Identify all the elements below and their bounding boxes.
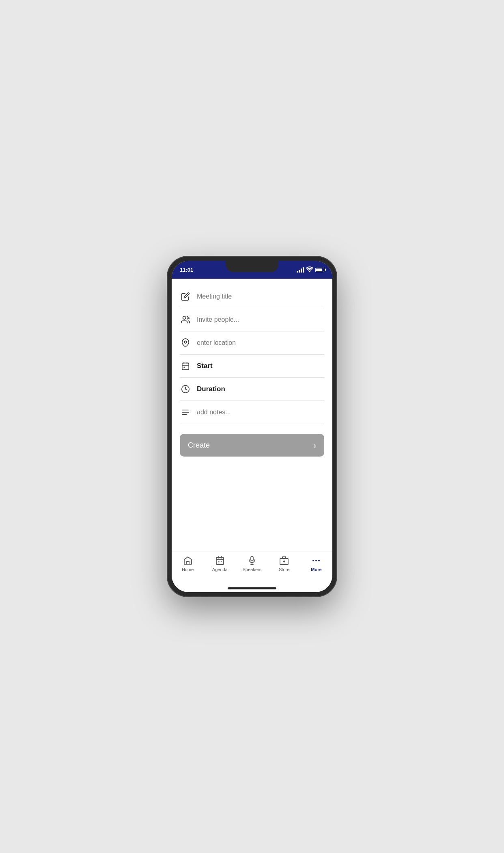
home-bar xyxy=(228,587,276,589)
svg-point-3 xyxy=(184,341,187,343)
svg-point-18 xyxy=(218,561,219,562)
more-icon xyxy=(311,555,321,566)
phone-frame: 11:01 xyxy=(167,256,337,597)
svg-point-30 xyxy=(315,560,317,561)
tab-speakers-label: Speakers xyxy=(243,567,261,572)
tab-store-label: Store xyxy=(279,567,289,572)
signal-icon xyxy=(297,267,304,273)
svg-point-31 xyxy=(318,560,320,561)
svg-point-22 xyxy=(220,563,220,563)
notes-input[interactable] xyxy=(197,409,324,416)
battery-icon xyxy=(315,268,324,272)
svg-rect-8 xyxy=(183,367,185,368)
clock-icon xyxy=(180,383,191,395)
svg-rect-13 xyxy=(187,561,189,564)
svg-point-21 xyxy=(218,563,219,563)
start-row[interactable]: Start xyxy=(180,355,324,378)
home-indicator xyxy=(172,584,332,592)
people-icon xyxy=(180,314,191,325)
content-area: Start Duration xyxy=(172,279,332,552)
notes-icon xyxy=(180,407,191,418)
chevron-right-icon: › xyxy=(313,441,316,450)
calendar-icon xyxy=(180,360,191,372)
screen: 11:01 xyxy=(172,261,332,592)
svg-point-19 xyxy=(220,561,220,562)
status-icons xyxy=(297,266,324,273)
svg-point-0 xyxy=(183,316,186,319)
location-row[interactable] xyxy=(180,331,324,355)
status-time: 11:01 xyxy=(180,267,193,273)
create-button-label: Create xyxy=(188,441,210,450)
create-button[interactable]: Create › xyxy=(180,434,324,457)
store-icon xyxy=(279,555,289,566)
tab-store[interactable]: Store xyxy=(268,555,300,572)
status-bar: 11:01 xyxy=(172,261,332,279)
phone-wrapper: 11:01 xyxy=(167,256,337,597)
svg-point-29 xyxy=(312,560,314,561)
svg-rect-4 xyxy=(182,363,189,370)
invite-people-row[interactable] xyxy=(180,308,324,331)
notch xyxy=(226,261,278,272)
tab-agenda-label: Agenda xyxy=(212,567,228,572)
tab-home-label: Home xyxy=(182,567,194,572)
tab-agenda[interactable]: Agenda xyxy=(204,555,236,572)
microphone-icon xyxy=(247,555,257,566)
tab-more-label: More xyxy=(311,567,321,572)
meeting-title-input[interactable] xyxy=(197,293,324,300)
svg-rect-14 xyxy=(216,557,224,565)
tab-bar: Home xyxy=(172,552,332,584)
location-input[interactable] xyxy=(197,339,324,346)
duration-row[interactable]: Duration xyxy=(180,378,324,401)
meeting-title-row[interactable] xyxy=(180,285,324,308)
tab-home[interactable]: Home xyxy=(172,555,204,572)
agenda-icon xyxy=(215,555,225,566)
home-icon xyxy=(183,555,193,566)
invite-people-input[interactable] xyxy=(197,316,324,323)
tab-speakers[interactable]: Speakers xyxy=(236,555,268,572)
wifi-icon xyxy=(306,266,313,273)
duration-label: Duration xyxy=(197,385,324,393)
tab-more[interactable]: More xyxy=(300,555,332,572)
svg-rect-23 xyxy=(251,556,253,561)
notes-row[interactable] xyxy=(180,401,324,424)
edit-icon xyxy=(180,291,191,302)
start-label: Start xyxy=(197,362,324,370)
location-icon xyxy=(180,337,191,349)
svg-point-20 xyxy=(221,561,222,562)
